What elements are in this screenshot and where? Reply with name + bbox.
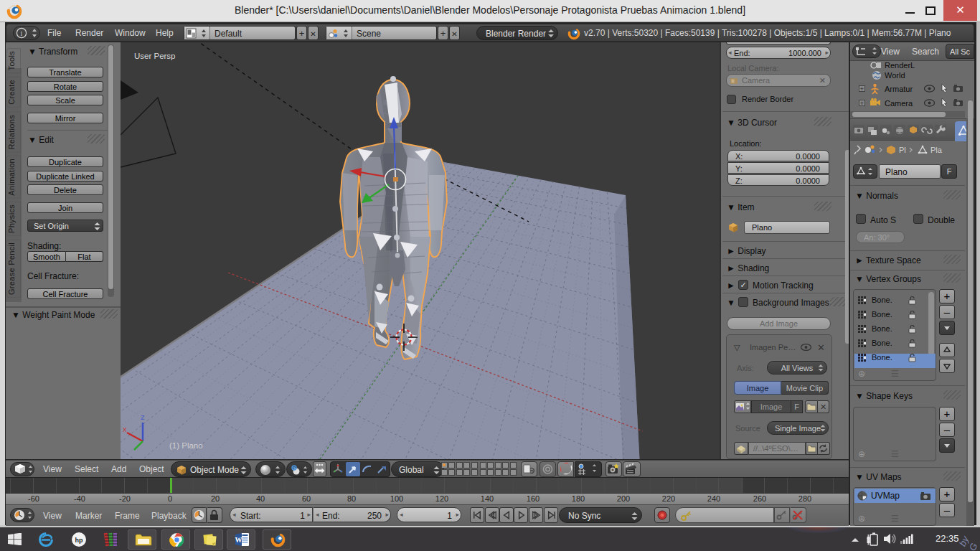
- svg-text:z: z: [141, 413, 145, 421]
- svg-text:User Persp: User Persp: [134, 52, 176, 60]
- svg-text:x: x: [123, 425, 127, 433]
- svg-text:(1) Plano: (1) Plano: [169, 441, 203, 450]
- svg-text:Pla: Pla: [930, 146, 943, 154]
- svg-text:i: i: [21, 29, 23, 37]
- svg-text:hp: hp: [75, 537, 83, 544]
- svg-text:W: W: [235, 536, 242, 544]
- svg-text:Pl: Pl: [899, 146, 906, 154]
